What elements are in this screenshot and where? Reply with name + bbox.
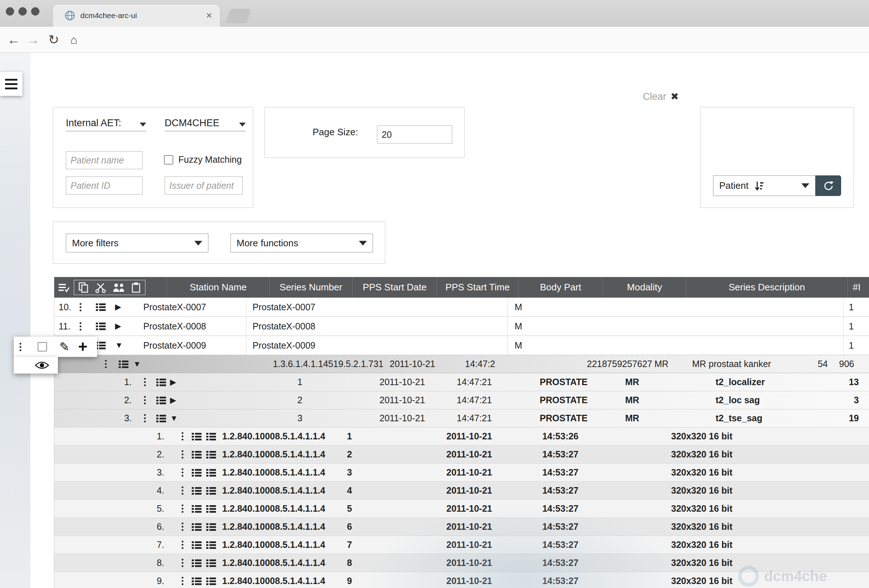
submit-query-button[interactable] xyxy=(816,175,841,196)
row-menu-dots-icon[interactable] xyxy=(144,409,146,427)
attributes-grid-icon[interactable] xyxy=(192,500,202,517)
row-menu-dots-icon[interactable] xyxy=(105,355,107,373)
attributes-grid-icon[interactable] xyxy=(192,554,202,572)
row-menu-dots-icon[interactable] xyxy=(182,427,184,445)
attributes-grid-icon[interactable] xyxy=(192,536,202,554)
row-menu-dots-icon[interactable] xyxy=(182,446,184,463)
issuer-of-patient-input[interactable] xyxy=(165,176,243,194)
aet-select[interactable]: DCM4CHEE xyxy=(165,115,246,131)
column-header-modality[interactable]: Modality xyxy=(603,277,686,298)
file-list-icon[interactable] xyxy=(206,482,217,499)
page-size-input[interactable] xyxy=(377,126,452,144)
menu-button[interactable] xyxy=(0,72,22,96)
instance-row[interactable]: 4. xyxy=(54,482,869,500)
row-menu-dots-icon[interactable] xyxy=(182,500,184,517)
row-menu-dots-icon[interactable] xyxy=(80,298,82,316)
fuzzy-matching-checkbox[interactable] xyxy=(164,155,173,164)
attributes-grid-icon[interactable] xyxy=(156,409,166,427)
column-header-body-part[interactable]: Body Part xyxy=(518,277,603,298)
attributes-grid-icon[interactable] xyxy=(192,464,202,481)
file-list-icon[interactable] xyxy=(206,464,217,481)
expand-caret[interactable]: ▶ xyxy=(115,317,121,336)
instance-row[interactable]: 5. xyxy=(54,500,869,518)
row-menu-dots-icon[interactable] xyxy=(182,464,184,481)
popup-dots-icon[interactable] xyxy=(19,337,21,357)
patient-row[interactable]: 10. ▶ ProstateX-0007 xyxy=(54,298,869,317)
cut-icon[interactable] xyxy=(95,282,106,293)
attributes-grid-icon[interactable] xyxy=(192,518,202,536)
instance-row[interactable]: 2. xyxy=(54,446,869,464)
tab-close-icon[interactable]: × xyxy=(206,10,212,21)
new-tab-button[interactable] xyxy=(226,9,251,23)
column-header-station-name[interactable]: Station Name xyxy=(167,277,269,298)
refresh-button[interactable]: ↻ xyxy=(45,27,62,53)
collapse-caret[interactable]: ▼ xyxy=(133,355,141,373)
file-list-icon[interactable] xyxy=(206,518,217,536)
expand-caret[interactable]: ▼ xyxy=(115,336,123,355)
select-list-icon[interactable] xyxy=(58,283,70,293)
row-menu-dots-icon[interactable] xyxy=(144,373,146,391)
order-by-select[interactable]: Patient xyxy=(713,175,816,196)
expand-caret[interactable]: ▼ xyxy=(170,409,178,427)
home-button[interactable]: ⌂ xyxy=(65,27,83,53)
column-header-series-number[interactable]: Series Number xyxy=(269,277,352,298)
attributes-grid-icon[interactable] xyxy=(96,298,106,316)
column-header-instances[interactable]: #I xyxy=(847,277,869,298)
copy-icon[interactable] xyxy=(79,282,89,293)
row-menu-dots-icon[interactable] xyxy=(182,554,184,572)
column-header-pps-start-date[interactable]: PPS Start Date xyxy=(352,277,437,298)
add-plus-icon[interactable]: + xyxy=(78,337,87,357)
view-eye-icon[interactable] xyxy=(35,357,49,373)
instance-row[interactable]: 7. xyxy=(54,536,869,554)
patient-row[interactable]: 11. ▶ ProstateX-0008 xyxy=(54,317,869,336)
window-close-button[interactable] xyxy=(6,7,14,16)
internal-aet-select[interactable]: Internal AET: xyxy=(66,115,146,131)
patient-name-input[interactable] xyxy=(66,151,142,169)
browser-tab[interactable]: dcm4chee-arc-ui × xyxy=(53,4,220,27)
popup-select-checkbox[interactable] xyxy=(38,337,47,357)
paste-icon[interactable] xyxy=(131,282,141,293)
expand-caret[interactable]: ▶ xyxy=(170,373,176,391)
study-row[interactable]: ▼ 1.3.6.1.4.1.14519.5.2.1.731 2011-10-21… xyxy=(54,355,869,373)
attributes-grid-icon[interactable] xyxy=(96,336,106,355)
column-header-series-description[interactable]: Series Description xyxy=(686,277,847,298)
attributes-grid-icon[interactable] xyxy=(192,572,202,588)
edit-pencil-icon[interactable]: ✎ xyxy=(59,337,70,357)
attributes-grid-icon[interactable] xyxy=(156,373,166,391)
attributes-grid-icon[interactable] xyxy=(96,317,106,336)
more-functions-dropdown[interactable]: More functions xyxy=(230,234,373,252)
row-menu-dots-icon[interactable] xyxy=(182,572,184,588)
attributes-grid-icon[interactable] xyxy=(119,355,129,373)
attributes-grid-icon[interactable] xyxy=(192,482,202,499)
series-row[interactable]: 1. ▶ 1 2011-10-2 xyxy=(54,373,869,391)
file-list-icon[interactable] xyxy=(206,572,217,588)
row-menu-dots-icon[interactable] xyxy=(182,482,184,499)
patient-id-input[interactable] xyxy=(66,176,142,194)
file-list-icon[interactable] xyxy=(206,427,217,445)
row-menu-dots-icon[interactable] xyxy=(80,317,82,336)
file-list-icon[interactable] xyxy=(206,554,217,572)
attributes-grid-icon[interactable] xyxy=(156,391,166,409)
file-list-icon[interactable] xyxy=(206,446,217,463)
window-controls[interactable] xyxy=(6,7,39,16)
merge-patients-icon[interactable] xyxy=(113,283,125,293)
file-list-icon[interactable] xyxy=(206,536,217,554)
row-menu-dots-icon[interactable] xyxy=(144,391,146,409)
instance-row[interactable]: 9. xyxy=(54,572,869,588)
clear-button[interactable]: Clear ✖ xyxy=(643,91,679,102)
window-zoom-button[interactable] xyxy=(31,7,39,16)
forward-button[interactable]: → xyxy=(25,27,42,53)
instance-row[interactable]: 6. xyxy=(54,518,869,536)
series-row[interactable]: 3. ▼ 3 2011-10-2 xyxy=(54,409,869,427)
expand-caret[interactable]: ▶ xyxy=(115,298,121,316)
row-menu-dots-icon[interactable] xyxy=(182,536,184,554)
series-row[interactable]: 2. ▶ 2 2011-10-2 xyxy=(54,391,869,409)
attributes-grid-icon[interactable] xyxy=(192,427,202,445)
expand-caret[interactable]: ▶ xyxy=(170,391,176,409)
column-header-pps-start-time[interactable]: PPS Start Time xyxy=(437,277,518,298)
instance-row[interactable]: 1. xyxy=(54,427,869,446)
instance-row[interactable]: 3. xyxy=(54,464,869,482)
window-minimize-button[interactable] xyxy=(18,7,27,16)
back-button[interactable]: ← xyxy=(5,27,22,53)
instance-row[interactable]: 8. xyxy=(54,554,869,572)
